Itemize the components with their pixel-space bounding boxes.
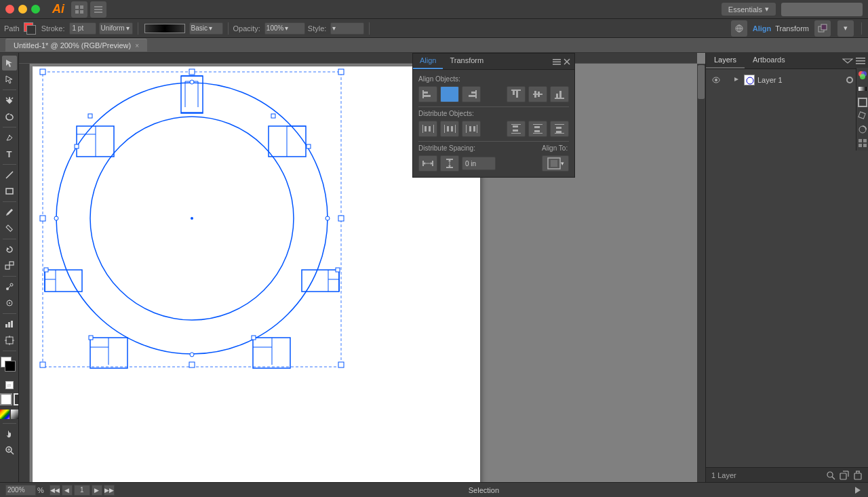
fill-swatch[interactable]	[0, 393, 12, 405]
direct-selection-tool[interactable]	[2, 72, 17, 87]
artboards-tab[interactable]: Artboards	[745, 53, 793, 68]
pen-tool[interactable]	[2, 130, 17, 145]
bridge-button[interactable]	[71, 1, 87, 18]
panel-close-icon[interactable]	[564, 58, 570, 65]
delete-layer-icon[interactable]	[853, 471, 863, 480]
dist-vert-space-button[interactable]	[440, 155, 459, 172]
zoom-input[interactable]	[5, 485, 36, 496]
color-swatches[interactable]	[1, 357, 18, 376]
align-panel-tabbar: Align Transform	[413, 54, 574, 70]
svg-rect-174	[858, 112, 865, 119]
opacity-dropdown[interactable]: 100% ▾	[264, 22, 305, 35]
transform-tab[interactable]: Transform	[775, 24, 809, 33]
selection-tool[interactable]	[2, 56, 17, 71]
vscroll-thumb[interactable]	[698, 65, 705, 99]
vertical-scrollbar[interactable]	[697, 64, 705, 482]
panel-menu-icon2[interactable]	[856, 56, 865, 66]
search-layers-icon[interactable]	[826, 471, 835, 480]
align-right-button[interactable]	[462, 86, 481, 102]
web-icon[interactable]	[731, 20, 747, 37]
document-tab[interactable]: Untitled-1* @ 200% (RGB/Preview) ×	[5, 39, 147, 52]
dist-right-button[interactable]	[462, 121, 481, 137]
layer-target[interactable]	[846, 77, 853, 83]
tab-close-button[interactable]: ×	[135, 42, 139, 49]
layers-panel: Layers Artboards	[706, 53, 868, 482]
layer-expand-arrow[interactable]	[733, 76, 741, 84]
profile-dropdown[interactable]: Basic ▾	[189, 22, 223, 35]
blend-tool[interactable]	[2, 279, 17, 294]
arrange-icon	[818, 24, 827, 33]
artboard-tool[interactable]	[2, 333, 17, 348]
prev-page-button[interactable]: ◀	[62, 485, 73, 496]
stroke-panel-icon[interactable]	[858, 98, 867, 107]
fill-color-swatch[interactable]	[24, 22, 37, 35]
svg-rect-178	[859, 144, 862, 147]
arrange-button[interactable]	[814, 20, 831, 37]
gradient-panel-icon[interactable]	[858, 84, 867, 94]
dist-left-button[interactable]	[418, 121, 437, 137]
stroke-swatch[interactable]	[14, 393, 19, 405]
magic-wand-tool[interactable]	[2, 93, 17, 108]
dist-bottom-button[interactable]	[550, 121, 569, 137]
appearance-panel-icon[interactable]	[858, 125, 867, 134]
maximize-window-button[interactable]	[31, 5, 40, 14]
align-top-button[interactable]	[507, 86, 526, 102]
spacing-input[interactable]	[462, 157, 496, 170]
layer-row[interactable]: Layer 1	[706, 72, 868, 88]
layer-visibility-toggle[interactable]	[711, 75, 721, 85]
dist-center-h-button[interactable]	[440, 121, 459, 137]
stroke-value-input[interactable]	[69, 22, 96, 35]
svg-line-19	[6, 172, 13, 178]
panel-options-button[interactable]: ▾	[837, 20, 854, 37]
align-tab-active[interactable]: Align	[753, 24, 772, 33]
align-bottom-button[interactable]	[550, 86, 569, 102]
panel-menu-icon[interactable]	[553, 58, 561, 66]
collapse-panel-icon[interactable]	[842, 56, 853, 66]
color-mode-row	[0, 393, 19, 405]
hand-tool[interactable]	[2, 426, 17, 441]
zoom-tool[interactable]	[2, 443, 17, 458]
dist-center-v-button[interactable]	[528, 121, 547, 137]
page-number-input[interactable]	[74, 485, 90, 496]
color-button[interactable]	[0, 410, 9, 419]
align-center-h-button[interactable]	[440, 86, 459, 102]
rectangle-tool[interactable]	[2, 184, 17, 199]
next-page-button[interactable]: ▶	[92, 485, 102, 496]
graph-tool[interactable]	[2, 317, 17, 332]
align-center-v-button[interactable]	[528, 86, 547, 102]
transform-panel-icon[interactable]	[858, 111, 867, 121]
align-left-button[interactable]	[418, 86, 437, 102]
essentials-button[interactable]: Essentials ▾	[722, 3, 776, 16]
video-playback-icon[interactable]	[853, 485, 863, 495]
color-panel-icon[interactable]	[858, 71, 867, 80]
rotate-tool[interactable]	[2, 242, 17, 257]
scale-tool[interactable]	[2, 258, 17, 273]
layers-tab[interactable]: Layers	[706, 53, 745, 68]
first-page-button[interactable]: ◀◀	[50, 485, 60, 496]
lasso-tool[interactable]	[2, 109, 17, 124]
close-window-button[interactable]	[5, 5, 14, 14]
stroke-type-dropdown[interactable]: Uniform ▾	[99, 22, 133, 35]
pencil-tool[interactable]	[2, 221, 17, 236]
last-page-button[interactable]: ▶▶	[104, 485, 115, 496]
new-layer-icon[interactable]	[840, 471, 849, 480]
separator2	[228, 22, 229, 35]
svg-line-14	[12, 98, 13, 99]
search-input[interactable]	[781, 3, 863, 16]
dist-horiz-space-button[interactable]	[418, 155, 437, 172]
gradient-button[interactable]	[11, 410, 19, 419]
minimize-window-button[interactable]	[18, 5, 27, 14]
align-tab[interactable]: Align	[413, 54, 443, 69]
canvas-area[interactable]: Align Transform Align Objects:	[19, 53, 705, 482]
paintbrush-tool[interactable]	[2, 205, 17, 220]
style-dropdown[interactable]: ▾	[330, 22, 364, 35]
swap-colors-button[interactable]: ⇄	[5, 381, 14, 389]
transform-tab-panel[interactable]: Transform	[443, 54, 490, 69]
align-to-button[interactable]: ▾	[542, 155, 569, 172]
workspace-button[interactable]	[90, 1, 106, 18]
line-tool[interactable]	[2, 167, 17, 182]
symbols-panel-icon[interactable]	[858, 138, 867, 148]
type-tool[interactable]: T	[2, 146, 17, 161]
symbol-tool[interactable]	[2, 296, 17, 311]
dist-top-button[interactable]	[507, 121, 526, 137]
